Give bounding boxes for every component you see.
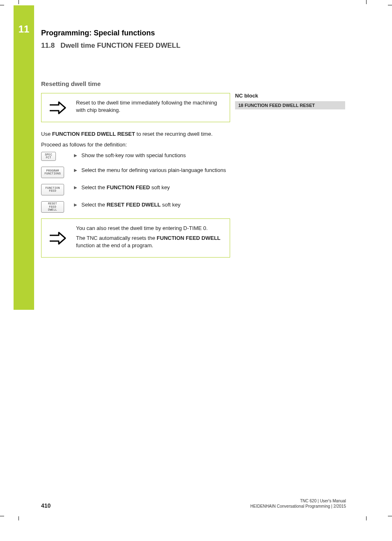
step-description: Select the menu for defining various pla… [81,167,226,174]
subsection-heading: Resetting dwell time [41,80,230,87]
chapter-title: Programming: Special functions [41,29,353,37]
bullet-triangle-icon: ▶ [74,202,77,209]
note-paragraph: You can also reset the dwell time by ent… [76,225,223,232]
section-number: 11.8 [41,42,55,49]
bullet-triangle-icon: ▶ [74,185,77,192]
text: function at the end of a program. [76,242,153,248]
crop-mark [0,5,4,5]
sidebar: NC block 18 FUNCTION FEED DWELL RESET [235,93,345,109]
page-header: Programming: Special functions 11.8 Dwel… [41,29,353,50]
proceed-paragraph: Proceed as follows for the definition: [41,141,230,149]
footer-line: HEIDENHAIN Conversational Programming | … [250,504,346,509]
softkey-column: SPECFCT [41,152,74,161]
note-paragraph: Reset to the dwell time immediately foll… [76,99,223,114]
section-title: 11.8 Dwell time FUNCTION FEED DWELL [41,42,353,50]
softkey-column: FUNCTIONFEED [41,184,74,195]
crop-mark [388,516,392,516]
step-text: ▶Select the FUNCTION FEED soft key [74,184,230,191]
page-footer: 410 TNC 620 | User's Manual HEIDENHAIN C… [41,498,346,509]
section-name: Dwell time FUNCTION FEED DWELL [60,42,180,49]
step-row: PROGRAMFUNCTIONS▶Select the menu for def… [41,167,230,178]
crop-mark [388,5,392,5]
crop-mark [18,0,19,4]
step-text: ▶Show the soft-key row with special func… [74,152,230,159]
arrow-right-icon [49,231,67,245]
note-text: You can also reset the dwell time by ent… [74,219,230,257]
softkey-column: RESETFEEDDWELL [41,201,74,213]
note-box: You can also reset the dwell time by ent… [41,218,230,258]
step-description: Show the soft-key row with special funct… [81,152,186,159]
bullet-triangle-icon: ▶ [74,167,77,175]
note-icon-column [42,219,74,257]
nc-block-heading: NC block [235,93,345,99]
text: The TNC automatically resets the [76,235,157,241]
nc-block-code: 18 FUNCTION FEED DWELL RESET [235,101,345,109]
emphasis: RESET FEED DWELL [106,202,160,208]
step-list: SPECFCT▶Show the soft-key row with speci… [41,152,230,213]
note-box: Reset to the dwell time immediately foll… [41,93,230,122]
step-row: RESETFEEDDWELL▶Select the RESET FEED DWE… [41,201,230,213]
step-description: Select the FUNCTION FEED soft key [81,184,170,191]
footer-meta: TNC 620 | User's Manual HEIDENHAIN Conve… [250,498,346,509]
chapter-number: 11 [14,23,34,35]
text: Use [41,131,52,137]
softkey-icon: RESETFEEDDWELL [41,201,64,213]
note-paragraph: The TNC automatically resets the FUNCTIO… [76,235,223,249]
note-text: Reset to the dwell time immediately foll… [74,93,230,122]
intro-paragraph: Use FUNCTION FEED DWELL RESET to reset t… [41,130,230,138]
emphasis: FUNCTION FEED DWELL [157,235,220,241]
step-description: Select the RESET FEED DWELL soft key [81,201,180,209]
softkey-icon: FUNCTIONFEED [41,184,64,195]
text: to reset the recurring dwell time. [135,131,213,137]
step-text: ▶Select the menu for defining various pl… [74,167,230,174]
arrow-right-icon [49,101,67,115]
crop-mark [0,516,4,516]
main-content: Resetting dwell time Reset to the dwell … [41,80,230,266]
page-number: 410 [41,502,51,509]
step-row: FUNCTIONFEED▶Select the FUNCTION FEED so… [41,184,230,195]
emphasis: FUNCTION FEED DWELL RESET [52,131,135,137]
page: 11 Programming: Special functions 11.8 D… [0,0,392,541]
crop-mark [366,0,367,4]
emphasis: FUNCTION FEED [106,184,150,190]
footer-line: TNC 620 | User's Manual [250,498,346,504]
step-text: ▶Select the RESET FEED DWELL soft key [74,201,230,209]
softkey-icon: PROGRAMFUNCTIONS [41,167,64,178]
softkey-icon: SPECFCT [41,152,56,161]
softkey-column: PROGRAMFUNCTIONS [41,167,74,178]
crop-mark [366,516,367,520]
note-icon-column [42,93,74,122]
crop-mark [18,516,19,520]
bullet-triangle-icon: ▶ [74,153,77,160]
step-row: SPECFCT▶Show the soft-key row with speci… [41,152,230,161]
chapter-tab [14,5,34,310]
